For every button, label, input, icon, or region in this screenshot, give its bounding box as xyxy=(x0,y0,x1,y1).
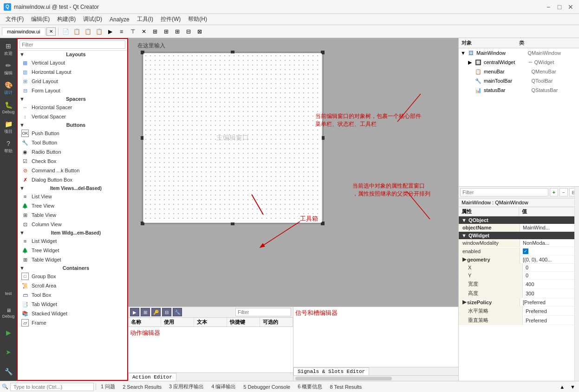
widget-vertical-layout[interactable]: ▦ Vertical Layout xyxy=(18,58,127,67)
sidebar-extra[interactable]: 🔧 xyxy=(1,362,16,381)
toolbar-btn-8[interactable]: ✕ xyxy=(139,26,149,37)
status-arrow-up[interactable]: ▲ xyxy=(558,383,566,391)
status-search-results[interactable]: 2 Search Results xyxy=(120,383,164,391)
status-problems[interactable]: 1 问题 xyxy=(98,382,118,391)
close-button[interactable]: ✕ xyxy=(566,2,575,12)
menu-widgets[interactable]: 控件(W) xyxy=(157,14,184,24)
menu-debug[interactable]: 调试(D) xyxy=(79,14,106,24)
widget-tree-view[interactable]: 🌲 Tree View xyxy=(18,201,127,210)
vertical-scrollbar[interactable] xyxy=(574,187,579,381)
widget-grid-layout[interactable]: ⊞ Grid Layout xyxy=(18,77,127,86)
widget-group-box[interactable]: □ Group Box xyxy=(18,272,127,281)
tab-action-editor[interactable]: Action Editor xyxy=(128,373,176,381)
props-add-button[interactable]: + xyxy=(550,188,558,196)
prop-value-geometry[interactable]: [(0, 0), 400... xyxy=(520,256,579,263)
status-debugger-console[interactable]: 5 Debugger Console xyxy=(241,383,293,391)
minimize-button[interactable]: − xyxy=(544,2,553,12)
section-qwidget[interactable]: ▼ QWidget xyxy=(459,232,579,239)
tree-row-mainwindow[interactable]: ▼ 🖼 MainWindow QMainWindow xyxy=(459,48,579,58)
expand-icon[interactable]: ▶ xyxy=(462,299,466,305)
status-arrow-down[interactable]: ▼ xyxy=(568,383,577,391)
status-search-input[interactable] xyxy=(10,383,94,391)
widget-check-box[interactable]: ☑ Check Box xyxy=(18,157,127,166)
prop-value-windowmodality[interactable]: NonModa... xyxy=(520,239,579,247)
menu-edit[interactable]: 编辑(E) xyxy=(27,14,53,24)
widget-dialog-button[interactable]: ✗ Dialog Button Box xyxy=(18,175,127,184)
widget-scroll-area[interactable]: 📜 Scroll Area xyxy=(18,281,127,290)
widget-command-button[interactable]: ⊘ Command ...k Button xyxy=(18,166,127,175)
sidebar-help[interactable]: ? 帮助 xyxy=(1,137,16,156)
sidebar-run[interactable]: ▶ xyxy=(1,323,16,342)
toolbar-btn-10[interactable]: ⊞ xyxy=(161,26,171,37)
category-layouts[interactable]: ▼ Layouts xyxy=(18,51,127,58)
status-compile-output[interactable]: 4 编译输出 xyxy=(208,382,239,391)
props-minus-button[interactable]: − xyxy=(559,188,568,196)
section-qobject[interactable]: ▼ QObject xyxy=(459,216,579,224)
tree-row-maintoolbar[interactable]: 🔧 mainToolBar QToolBar xyxy=(459,76,579,85)
widget-h-spacer[interactable]: ↔ Horizontal Spacer xyxy=(18,103,127,112)
horizontal-scrollbar[interactable] xyxy=(293,375,458,381)
toolbar-btn-4[interactable]: 📋 xyxy=(94,26,104,37)
status-test-results[interactable]: 8 Test Results xyxy=(327,383,364,391)
tree-row-statusbar[interactable]: 📊 statusBar QStatusBar xyxy=(459,85,579,95)
action-btn-1[interactable]: ▶ xyxy=(130,308,139,316)
widget-list-widget[interactable]: ≡ List Widget xyxy=(18,236,127,246)
sidebar-projects[interactable]: 📁 项目 xyxy=(1,118,16,137)
action-filter-input[interactable] xyxy=(235,308,291,316)
prop-value-width[interactable]: 400 xyxy=(523,281,579,288)
toolbar-btn-5[interactable]: ▶ xyxy=(105,26,116,37)
widget-column-view[interactable]: ⊡ Column View xyxy=(18,220,127,229)
category-spacers[interactable]: ▼ Spacers xyxy=(18,95,127,103)
tab-signals-editor[interactable]: Signals & Slots Editor xyxy=(293,367,369,375)
menu-analyze[interactable]: Analyze xyxy=(106,15,133,24)
widget-tab-widget[interactable]: 📑 Tab Widget xyxy=(18,300,127,309)
toolbar-btn-3[interactable]: 📋 xyxy=(83,26,93,37)
prop-value-enabled[interactable]: ✓ xyxy=(520,247,579,255)
toolbar-btn-12[interactable]: ⊟ xyxy=(183,26,194,37)
design-area[interactable]: 在这里输入 主编辑窗口 工具箱 xyxy=(128,38,458,307)
prop-value-objectname[interactable]: MainWind... xyxy=(520,224,579,231)
sidebar-debug2[interactable]: 🖥 Debug xyxy=(1,304,16,322)
widget-form-layout[interactable]: ⊟ Form Layout xyxy=(18,86,127,95)
widget-list-view[interactable]: ≡ List View xyxy=(18,192,127,201)
widget-radio-button[interactable]: ◉ Radio Button xyxy=(18,147,127,157)
category-item-views[interactable]: ▼ Item Views...del-Based) xyxy=(18,184,127,192)
widget-v-spacer[interactable]: ↕ Vertical Spacer xyxy=(18,112,127,121)
prop-value-vpolicy[interactable]: Preferred xyxy=(523,317,579,324)
menu-tools[interactable]: 工具(I) xyxy=(133,14,157,24)
status-app-output[interactable]: 3 应用程序输出 xyxy=(166,382,207,391)
prop-value-sizepolicy[interactable]: [Preferred xyxy=(520,299,579,306)
status-general-info[interactable]: 6 概要信息 xyxy=(295,382,325,391)
menu-file[interactable]: 文件(F) xyxy=(2,14,27,24)
menu-help[interactable]: 帮助(H) xyxy=(184,14,211,24)
toolbar-btn-11[interactable]: ⊞ xyxy=(172,26,182,37)
toolbar-btn-7[interactable]: ⊤ xyxy=(128,26,138,37)
widget-tool-button[interactable]: 🔧 Tool Button xyxy=(18,138,127,147)
sidebar-edit[interactable]: ✏ 编辑 xyxy=(1,59,16,78)
widget-push-button[interactable]: OK Push Button xyxy=(18,129,127,138)
sidebar-test[interactable]: test xyxy=(1,284,16,303)
action-btn-4[interactable]: ⊟ xyxy=(162,308,171,316)
sidebar-debug[interactable]: 🐛 Debug xyxy=(1,98,16,117)
prop-value-hpolicy[interactable]: Preferred xyxy=(523,307,579,315)
expand-icon[interactable]: ▶ xyxy=(462,256,466,262)
props-filter-input[interactable] xyxy=(460,188,548,196)
widget-table-view[interactable]: ⊞ Table View xyxy=(18,210,127,220)
widget-stacked-widget[interactable]: 📚 Stacked Widget xyxy=(18,309,127,318)
action-btn-3[interactable]: 🔑 xyxy=(151,308,161,316)
category-containers[interactable]: ▼ Containers xyxy=(18,264,127,272)
widget-horizontal-layout[interactable]: ▥ Horizontal Layout xyxy=(18,67,127,77)
toolbar-btn-13[interactable]: ⊠ xyxy=(195,26,205,37)
widget-tool-box[interactable]: 🗃 Tool Box xyxy=(18,290,127,300)
prop-value-height[interactable]: 300 xyxy=(523,290,579,297)
enabled-checkbox[interactable]: ✓ xyxy=(523,248,528,254)
menu-build[interactable]: 构建(B) xyxy=(53,14,79,24)
tree-row-menubar[interactable]: 📋 menuBar QMenuBar xyxy=(459,67,579,76)
widget-table-widget[interactable]: ⊞ Table Widget xyxy=(18,255,127,264)
toolbar-btn-1[interactable]: 📄 xyxy=(61,26,71,37)
toolbar-btn-9[interactable]: ⊞ xyxy=(150,26,160,37)
tree-expand-centralwidget[interactable]: ▶ xyxy=(468,59,473,65)
design-canvas[interactable]: 主编辑窗口 xyxy=(142,52,323,224)
sidebar-arrow[interactable]: ➤ xyxy=(1,343,16,361)
close-tab-button[interactable]: ✕ xyxy=(46,27,56,36)
